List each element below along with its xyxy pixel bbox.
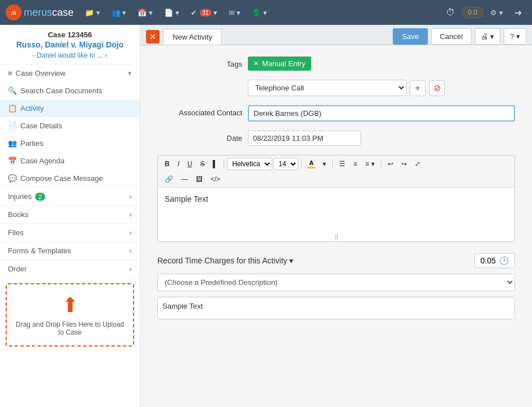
- underline-button[interactable]: U: [184, 158, 196, 170]
- sidebar-item-label-search: Search Case Documents: [20, 86, 102, 95]
- associated-contact-row: Associated Contact: [157, 105, 515, 122]
- editor-toolbar: B I U S ▌ Helvetica 14: [158, 155, 514, 188]
- sidebar-item-search[interactable]: 🔍 Search Case Documents: [0, 82, 140, 99]
- sidebar-section-forms-templates[interactable]: Forms & Templates ‹: [0, 241, 140, 259]
- sidebar-item-case-overview[interactable]: ≡ Case Overview ▾: [0, 64, 140, 82]
- sidebar-item-label-activity: Activity: [20, 104, 44, 112]
- text-color-button[interactable]: A: [304, 158, 318, 170]
- form-area: Tags ✕ Manual Entry Telephone Call Email…: [140, 45, 532, 340]
- tab-actions: Save Cancel 🖨 ▾ ? ▾: [393, 28, 526, 45]
- logo-icon: m: [6, 5, 22, 20]
- code-button[interactable]: </>: [207, 174, 224, 185]
- compose-message-icon: 💬: [8, 174, 17, 183]
- case-name[interactable]: Russo, Daniel v. Miyagi Dojo: [8, 40, 132, 49]
- date-controls: [248, 131, 515, 146]
- parties-icon: 👥: [8, 139, 17, 148]
- tasks-badge: 31: [200, 9, 212, 16]
- tag-remove-icon[interactable]: ✕: [254, 60, 259, 67]
- sidebar-item-case-details[interactable]: 📄 Case Details: [0, 117, 140, 135]
- toolbar-divider-4: [381, 159, 381, 169]
- divider-button[interactable]: —: [178, 174, 191, 185]
- bold-button[interactable]: B: [161, 158, 173, 170]
- nav-tasks[interactable]: ✔ 31 ▾: [186, 6, 222, 19]
- activity-type-controls: Telephone Call Email Note Meeting Letter…: [248, 80, 515, 96]
- case-header: Case 123456 Russo, Daniel v. Miyagi Dojo…: [0, 25, 140, 64]
- align-button[interactable]: ≡ ▾: [362, 158, 377, 170]
- forms-templates-chevron: ‹: [130, 246, 132, 255]
- font-size-select[interactable]: 14: [273, 158, 298, 170]
- predefined-description-select[interactable]: (Choose a Predefined Description): [157, 274, 515, 291]
- nav-settings[interactable]: ⚙ ▾: [486, 6, 508, 19]
- link-button[interactable]: 🔗: [161, 174, 177, 185]
- toolbar-divider-3: [332, 159, 333, 169]
- date-input[interactable]: [248, 131, 361, 146]
- sidebar-section-order[interactable]: Order ‹: [0, 259, 140, 278]
- editor-body[interactable]: Sample Text: [158, 188, 514, 233]
- associated-contact-input[interactable]: [248, 105, 515, 122]
- sidebar-item-activity[interactable]: 📋 Activity: [0, 99, 140, 117]
- sidebar-item-compose-message[interactable]: 💬 Compose Case Message: [0, 170, 140, 187]
- print-button[interactable]: 🖨 ▾: [475, 28, 501, 45]
- sidebar-section-books[interactable]: Books ‹: [0, 205, 140, 223]
- case-sub-text[interactable]: - Daniel would like to ...: [32, 51, 102, 59]
- save-button[interactable]: Save: [393, 28, 428, 45]
- sidebar-item-label-compose-message: Compose Case Message: [20, 174, 103, 183]
- toolbar-divider-1: [224, 159, 224, 169]
- case-agenda-icon: 📅: [8, 157, 17, 165]
- content-area: ✕ New Activity Save Cancel 🖨 ▾ ? ▾ Tags …: [140, 25, 532, 407]
- tag-label: Manual Entry: [262, 59, 306, 68]
- record-time-section: Record Time Charges for this Activity ▾ …: [157, 253, 515, 319]
- tag-manual-entry: ✕ Manual Entry: [248, 57, 311, 71]
- tags-controls: ✕ Manual Entry: [248, 57, 515, 71]
- activity-type-select[interactable]: Telephone Call Email Note Meeting Letter: [248, 80, 406, 96]
- record-time-label[interactable]: Record Time Charges for this Activity ▾: [157, 256, 293, 265]
- help-button[interactable]: ? ▾: [504, 28, 526, 45]
- sidebar-item-parties[interactable]: 👥 Parties: [0, 135, 140, 152]
- search-icon: 🔍: [8, 86, 17, 95]
- cancel-button[interactable]: Cancel: [431, 28, 471, 45]
- injuries-label: Injuries: [8, 192, 32, 201]
- nav-logout[interactable]: ➜: [510, 5, 526, 20]
- tab-close-button[interactable]: ✕: [146, 30, 160, 44]
- nav-forms[interactable]: 📄 ▾: [160, 6, 184, 19]
- nav-money[interactable]: 💲 ▾: [247, 6, 272, 19]
- highlight-button[interactable]: ▌: [209, 158, 221, 170]
- dropzone[interactable]: ⬆ Drag and Drop Files Here to Upload to …: [6, 283, 134, 347]
- nav-documents[interactable]: 📁 ▾: [80, 6, 105, 19]
- logo-text: meruscase: [24, 7, 74, 19]
- redo-button[interactable]: ↪: [398, 158, 410, 170]
- activity-type-label: [157, 80, 242, 83]
- sidebar-section-files[interactable]: Files ‹: [0, 223, 140, 241]
- unordered-list-button[interactable]: ☰: [336, 158, 349, 170]
- svg-text:m: m: [11, 10, 16, 16]
- injuries-chevron: ‹: [130, 192, 132, 201]
- font-family-select[interactable]: Helvetica: [227, 158, 272, 170]
- add-activity-type-button[interactable]: +: [410, 80, 426, 96]
- sidebar-item-label-parties: Parties: [20, 139, 43, 148]
- record-time-dropdown-icon: ▾: [289, 256, 293, 265]
- text-color-bar: [307, 167, 315, 168]
- editor-resize-handle[interactable]: ⣿: [158, 233, 514, 241]
- associated-contact-label: Associated Contact: [157, 105, 242, 117]
- delete-activity-type-button[interactable]: ⊘: [429, 80, 445, 96]
- nav-calendar[interactable]: 📅 ▾: [133, 6, 157, 19]
- nav-people[interactable]: 👥 ▾: [107, 6, 131, 19]
- nav-timer[interactable]: ⏱: [441, 5, 460, 20]
- nav-email[interactable]: ✉ ▾: [224, 6, 246, 19]
- date-label: Date: [157, 131, 242, 142]
- text-color-dropdown[interactable]: ▾: [319, 158, 329, 170]
- strikethrough-button[interactable]: S: [197, 158, 208, 170]
- sidebar-section-injuries[interactable]: Injuries 2 ‹: [0, 187, 140, 205]
- logo: m meruscase: [6, 5, 74, 20]
- sidebar-item-case-agenda[interactable]: 📅 Case Agenda: [0, 152, 140, 170]
- activity-type-row: Telephone Call Email Note Meeting Letter…: [157, 80, 515, 96]
- sidebar-expand-arrow[interactable]: ›: [105, 51, 108, 59]
- undo-button[interactable]: ↩: [384, 158, 397, 170]
- sidebar: Case 123456 Russo, Daniel v. Miyagi Dojo…: [0, 25, 140, 407]
- image-button[interactable]: 🖼: [192, 174, 206, 185]
- ordered-list-button[interactable]: ≡: [350, 158, 361, 170]
- tab-new-activity: New Activity: [163, 29, 222, 45]
- italic-button[interactable]: I: [174, 158, 183, 170]
- fullscreen-button[interactable]: ⤢: [411, 158, 424, 170]
- description-box[interactable]: Sample Text: [157, 297, 515, 319]
